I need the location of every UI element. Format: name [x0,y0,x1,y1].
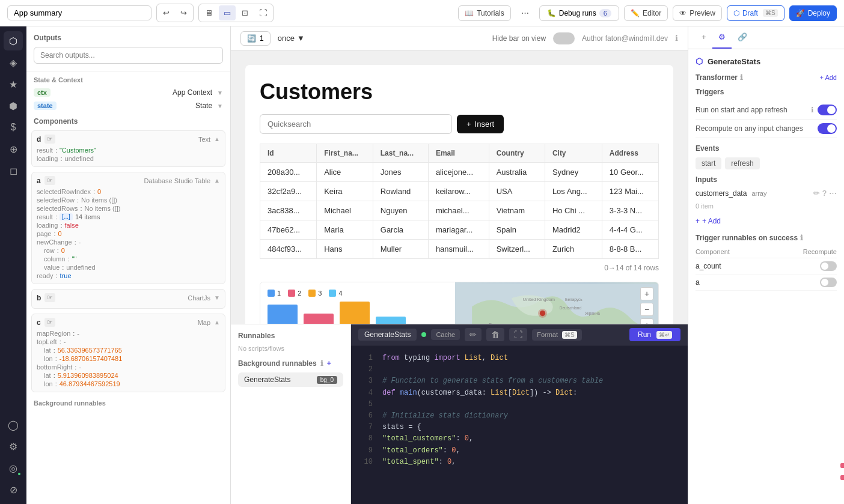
bg-runnables-panel-title: Background runnables ℹ + [238,359,343,368]
left-sidebar: Outputs State & Context ctx App Context … [26,26,231,504]
comp-a-expand-icon[interactable]: ▲ [214,177,220,184]
nav-add[interactable]: ⊕ [4,139,23,159]
table-row[interactable]: 484cf93...HansMullerhansmuil...Switzerl.… [260,240,659,259]
code-editor[interactable]: 1from typing import List, Dict 2 3# Func… [351,345,688,504]
nav-pages[interactable]: ◻ [4,161,23,180]
nav-user[interactable]: ◯ [4,415,23,434]
preview-button[interactable]: 👁 Preview [673,5,722,21]
refresh-button[interactable]: 🔄 1 [240,31,271,46]
add-input-icon: + [696,217,700,225]
chart-legend: 1 2 3 4 [268,290,448,297]
component-a-header: a ☞ Database Studio Table ▲ [37,176,220,185]
edit-input-btn[interactable]: ✏ [813,189,820,198]
comp-d-cursor[interactable]: ☞ [44,135,55,144]
cache-button[interactable]: Cache [431,329,460,340]
comp-a-newChange: newChange: - [37,238,220,246]
ctx-chevron-icon: ▼ [217,90,223,96]
tab-add[interactable]: + [696,26,712,49]
runnable-item-generatestats[interactable]: GenerateStats bg_0 [238,372,343,387]
split-view-button[interactable]: ⊡ [237,5,253,20]
comp-b-cursor[interactable]: ☞ [44,293,55,302]
delete-input-btn[interactable]: ⋯ [829,189,837,198]
event-refresh-tag[interactable]: refresh [725,157,759,169]
run-button[interactable]: Run ⌘↵ [629,328,680,341]
hide-bar-toggle[interactable] [553,32,575,44]
tutorials-button[interactable]: 📖 Tutorials [458,5,511,21]
nav-info[interactable]: ◎ [4,458,23,478]
recompute-acount-toggle[interactable] [820,261,837,271]
outputs-title: Outputs [34,34,223,42]
input-actions: ✏ ? ⋯ [813,189,837,198]
quicksearch-input[interactable] [260,114,452,134]
add-input-button[interactable]: + + Add [696,214,721,228]
draft-button[interactable]: ⬡ Draft ⌘S [727,5,784,21]
comp-c-cursor[interactable]: ☞ [44,318,55,327]
recompute-toggle[interactable] [818,123,837,134]
format-button[interactable]: Format ⌘S [532,329,582,341]
comp-c-bottomRight-lon: lon: 46.87934467592519 [37,380,220,388]
map-zoom-in-btn[interactable]: + [640,287,653,300]
transformer-add-button[interactable]: + Add [820,74,837,81]
bottom-area: Runnables No scripts/flows Background ru… [231,324,688,504]
editor-button[interactable]: ✏️ Editor [624,5,668,21]
trigger-success-info-icon: ℹ [800,234,803,242]
table-row[interactable]: 47be62...MariaGarciamariagar...SpainMadr… [260,220,659,240]
tab-settings[interactable]: ⚙ [712,26,732,49]
more-options-button[interactable]: ⋯ [516,5,534,21]
table-cell: Michael [317,201,373,220]
comp-b-expand-icon[interactable]: ▼ [214,294,220,301]
map-home-btn[interactable]: ⌂ [640,318,653,324]
table-row[interactable]: 32cf2a9...KeiraRowlandkeilarow...USALos … [260,182,659,201]
desktop-view-button[interactable]: 🖥 [200,5,218,20]
tab-link[interactable]: 🔗 [732,26,753,49]
table-cell: Sydney [545,163,602,182]
comp-a-cursor[interactable]: ☞ [44,176,55,185]
nav-components[interactable]: ◈ [4,53,23,72]
recompute-a-toggle[interactable] [820,278,837,287]
tablet-view-button[interactable]: ▭ [219,5,236,20]
comp-d-expand-icon[interactable]: ▲ [214,136,220,142]
delete-action-btn[interactable]: 🗑 [486,328,504,341]
event-start-tag[interactable]: start [696,157,721,169]
deploy-button[interactable]: 🚀 Deploy [789,5,837,21]
draft-kbd: ⌘S [763,9,778,17]
fullscreen-view-button[interactable]: ⛶ [254,5,272,20]
expand-action-btn[interactable]: ⛶ [509,328,527,341]
svg-text:Беларусь: Беларусь [565,297,583,302]
state-context-label: State & Context [26,71,230,86]
debug-runs-button[interactable]: 🐛 Debug runs 6 [539,5,619,21]
insert-button[interactable]: + Insert [457,115,504,133]
nav-explore[interactable]: ⬢ [4,96,23,115]
run-on-start-toggle[interactable] [818,105,837,115]
comp-a-result-bracket[interactable]: [...] [60,213,73,220]
comp-c-expand-icon[interactable]: ▲ [214,319,220,326]
search-outputs-input[interactable] [34,47,223,64]
code-line-5: 5 [361,399,678,410]
help-input-btn[interactable]: ? [822,189,827,198]
comp-a-row: row: 0 [37,246,220,255]
nav-close[interactable]: ⊘ [4,480,23,499]
redo-button[interactable]: ↪ [176,5,192,20]
app-title-input[interactable] [7,5,151,20]
bg-add-icon[interactable]: + [327,359,331,368]
comp-b-type: ChartJs [188,294,210,302]
input-customers-type: array [751,190,766,197]
nav-billing[interactable]: $ [4,118,23,137]
edit-action-btn[interactable]: ✏ [465,328,482,341]
nav-favorites[interactable]: ★ [4,74,23,94]
recompute-a-row: a [696,275,837,291]
nav-home[interactable]: ⬡ [4,31,23,50]
undo-button[interactable]: ↩ [158,5,174,20]
table-cell: 10 Geor... [602,163,658,182]
format-label: Format [537,331,558,338]
map-zoom-out-btn[interactable]: − [640,303,653,316]
draft-icon: ⬡ [733,9,739,17]
table-row[interactable]: 208a30...AliceJonesalicejone...Australia… [260,163,659,182]
table-cell: keilarow... [428,182,489,201]
runnables-title: Runnables [238,332,343,340]
table-row[interactable]: 3ac838...MichaelNguyenmichael...VietnamH… [260,201,659,220]
once-select[interactable]: once ▼ [278,34,305,43]
comp-a-ready: ready: true [37,272,220,280]
nav-settings[interactable]: ⚙ [4,437,23,456]
col-lastname: Last_na... [373,144,428,163]
